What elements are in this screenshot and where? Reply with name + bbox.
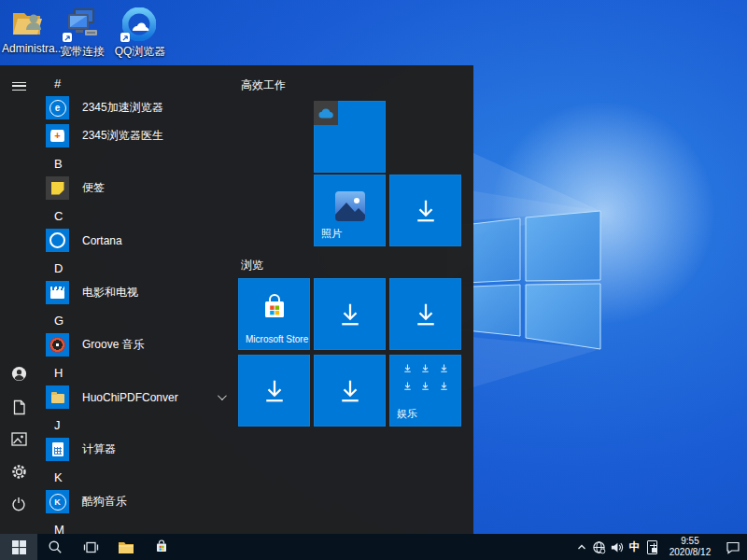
tile-folder-entertainment[interactable]: 娱乐 xyxy=(389,355,461,427)
tile-onedrive[interactable] xyxy=(314,101,386,173)
tile-download[interactable] xyxy=(314,355,386,427)
tile-label: 照片 xyxy=(321,227,342,241)
tile-download[interactable] xyxy=(389,278,461,350)
browser-2345-icon xyxy=(46,96,69,119)
tile-label: 娱乐 xyxy=(397,407,417,421)
onedrive-cloud-icon xyxy=(314,101,338,125)
settings-button[interactable] xyxy=(0,456,37,486)
file-explorer-icon xyxy=(118,540,134,554)
chevron-up-icon xyxy=(576,541,587,553)
taskbar-clock[interactable]: 9:55 2020/8/12 xyxy=(661,534,719,560)
app-list-header-label: M xyxy=(54,523,64,535)
app-list-item-label: Cortana xyxy=(82,234,122,247)
task-view-icon xyxy=(83,540,99,554)
app-list-item[interactable]: 计算器 xyxy=(46,438,237,461)
app-list-item[interactable]: HuoChiPDFConver xyxy=(46,385,237,409)
app-list-item[interactable]: 酷狗音乐 xyxy=(46,490,237,513)
tile-download[interactable] xyxy=(314,278,386,350)
system-tray: 中 9:55 2020/8/12 xyxy=(572,534,747,560)
app-list-item-label: 计算器 xyxy=(82,441,116,457)
chevron-down-icon[interactable] xyxy=(218,391,227,400)
clock-time: 9:55 xyxy=(661,536,719,547)
shortcut-arrow-icon xyxy=(63,33,72,42)
pdf-folder-icon xyxy=(46,385,69,409)
app-list-header[interactable]: # xyxy=(54,77,237,89)
app-list-item-label: 便签 xyxy=(82,180,105,196)
app-list-header[interactable]: B xyxy=(54,158,237,169)
hamburger-menu-button[interactable] xyxy=(0,71,37,101)
globe-icon xyxy=(592,540,606,554)
network-button[interactable] xyxy=(590,534,608,560)
clock-date: 2020/8/12 xyxy=(661,547,719,558)
app-list-header[interactable]: M xyxy=(54,524,237,534)
start-menu: #2345加速浏览器2345浏览器医生B便签CCortanaD电影和电视GGro… xyxy=(0,65,473,534)
app-list-header-label: G xyxy=(54,314,63,328)
app-list-header-label: K xyxy=(54,470,63,484)
windows-logo-icon xyxy=(12,540,26,554)
tile-photos[interactable]: 照片 xyxy=(314,175,386,246)
app-list-header-label: # xyxy=(54,77,61,91)
folder-tile-preview xyxy=(399,363,453,391)
pictures-button[interactable] xyxy=(0,424,37,454)
notification-bubble-icon xyxy=(726,540,740,554)
app-list-item[interactable]: 便签 xyxy=(46,176,237,200)
cortana-icon xyxy=(46,229,69,252)
kugou-icon xyxy=(46,490,69,513)
calculator-icon xyxy=(46,438,69,461)
volume-button[interactable] xyxy=(608,534,626,560)
ime-mode-button[interactable] xyxy=(643,534,661,560)
app-list-header[interactable]: H xyxy=(54,367,237,378)
app-list-item[interactable]: 2345浏览器医生 xyxy=(46,124,237,147)
tile-group-title[interactable]: 高效工作 xyxy=(241,77,286,93)
taskbar: 中 9:55 2020/8/12 xyxy=(0,534,747,560)
groove-icon xyxy=(46,333,69,357)
app-list-header-label: C xyxy=(54,209,63,223)
app-list-item-label: 酷狗音乐 xyxy=(82,494,127,510)
shortcut-arrow-icon xyxy=(120,33,130,42)
app-list-header-label: J xyxy=(54,418,61,432)
tile-label: Microsoft Store xyxy=(246,334,308,344)
desktop-icon-qq-browser[interactable]: QQ浏览器 xyxy=(114,7,166,60)
microsoft-store-icon xyxy=(260,293,289,323)
app-list-header[interactable]: J xyxy=(54,419,237,430)
ime-language-button[interactable]: 中 xyxy=(626,534,643,560)
tile-group-title[interactable]: 浏览 xyxy=(241,258,263,273)
app-list-header[interactable]: G xyxy=(54,315,237,326)
app-list-header[interactable]: D xyxy=(54,262,237,273)
app-list: #2345加速浏览器2345浏览器医生B便签CCortanaD电影和电视GGro… xyxy=(37,65,237,534)
download-arrow-icon xyxy=(261,377,289,405)
desktop-icon-broadband[interactable]: 宽带连接 xyxy=(56,7,108,60)
user-folder-icon xyxy=(10,6,46,39)
app-list-item[interactable]: 电影和电视 xyxy=(46,281,237,304)
app-list-item-label: 2345加速浏览器 xyxy=(82,100,163,116)
documents-button[interactable] xyxy=(0,392,37,422)
download-arrow-icon xyxy=(412,197,440,225)
app-list-header[interactable]: K xyxy=(54,471,237,483)
app-list-item[interactable]: 2345加速浏览器 xyxy=(46,96,237,119)
tile-microsoft-store[interactable]: Microsoft Store xyxy=(238,278,310,350)
user-account-button[interactable] xyxy=(0,358,37,388)
app-list-item[interactable]: Groove 音乐 xyxy=(46,333,237,357)
app-list-item[interactable]: Cortana xyxy=(46,229,237,252)
app-list-item-label: Groove 音乐 xyxy=(82,337,145,353)
start-button[interactable] xyxy=(0,534,37,560)
hidden-icons-button[interactable] xyxy=(572,534,590,560)
file-explorer-button[interactable] xyxy=(108,534,144,560)
store-taskbar-button[interactable] xyxy=(144,534,179,560)
search-button[interactable] xyxy=(37,534,73,560)
power-button[interactable] xyxy=(0,489,37,519)
desktop-icon-administrator[interactable]: Administra... xyxy=(2,6,54,55)
tile-download[interactable] xyxy=(389,175,461,246)
doctor-2345-icon xyxy=(46,124,69,147)
app-list-header[interactable]: C xyxy=(54,210,237,221)
tile-download[interactable] xyxy=(238,355,310,427)
action-center-button[interactable] xyxy=(719,534,747,560)
start-menu-nav-rail xyxy=(0,65,37,534)
movies-tv-icon xyxy=(46,281,69,304)
desktop-icon-label: 宽带连接 xyxy=(56,44,108,60)
search-icon xyxy=(48,539,63,554)
task-view-button[interactable] xyxy=(73,534,108,560)
desktop-icon-label: Administra... xyxy=(2,42,54,55)
microsoft-store-icon xyxy=(154,539,169,554)
app-list-header-label: D xyxy=(54,261,63,275)
